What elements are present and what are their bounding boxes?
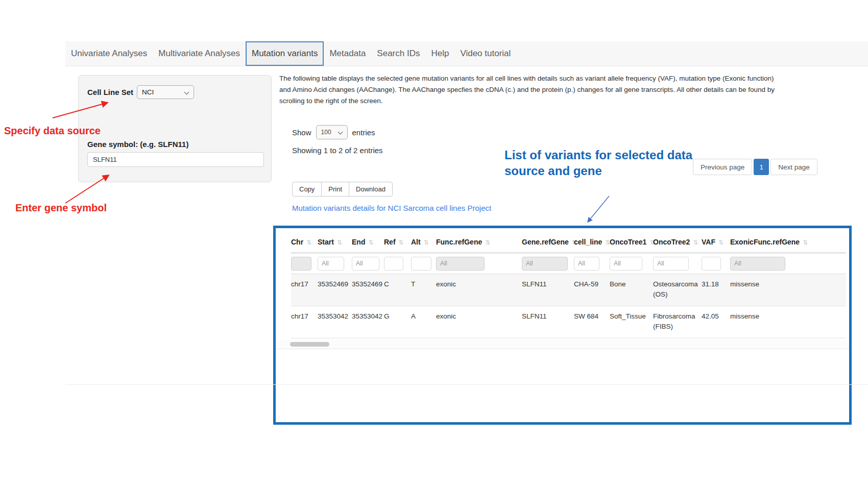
cell-chr: chr17 — [291, 274, 318, 306]
cell-start: 35352469 — [318, 274, 352, 306]
sort-icon: ⇅ — [337, 239, 342, 246]
table-caption-link[interactable]: Mutation variants details for NCI Sarcom… — [292, 204, 491, 212]
download-button[interactable]: Download — [349, 182, 393, 197]
cell-oncotree2: Osteosarcoma (OS) — [653, 274, 702, 306]
tab-video-tutorial[interactable]: Video tutorial — [454, 41, 516, 66]
cell-exonicfunc-refgene: missense — [730, 306, 846, 338]
tab-metadata[interactable]: Metadata — [324, 41, 371, 66]
filter-input-func-refgene[interactable] — [436, 257, 485, 271]
column-header-end[interactable]: End⇅ — [352, 231, 384, 253]
entries-per-page-select[interactable]: 100 — [316, 125, 348, 139]
annotation-variants-list: List of variants for selected data sourc… — [504, 147, 714, 179]
page-1-button[interactable]: 1 — [754, 159, 769, 175]
cell-gene-refgene: SLFN11 — [522, 306, 574, 338]
filter-input-exonicfunc-refgene[interactable] — [730, 257, 785, 271]
table-row: chr173535304235353042GAexonicSLFN11SW 68… — [291, 306, 846, 338]
cell-cell-line: SW 684 — [574, 306, 610, 338]
cell-line-set-row: Cell Line Set NCI — [87, 85, 194, 99]
show-entries-row: Show 100 entries — [292, 125, 375, 139]
column-header-label: ExonicFunc.refGene — [730, 238, 800, 246]
cell-alt: A — [411, 306, 436, 338]
column-header-chr[interactable]: Chr⇅ — [291, 231, 318, 253]
column-header-vaf[interactable]: VAF⇅ — [702, 231, 730, 253]
cell-vaf: 42.05 — [702, 306, 730, 338]
column-header-oncotree1[interactable]: OncoTree1⇅ — [610, 231, 653, 253]
column-header-label: VAF — [702, 238, 715, 246]
tab-univariate-analyses[interactable]: Univariate Analyses — [65, 41, 153, 66]
table-description: The following table displays the selecte… — [279, 73, 776, 107]
column-header-oncotree2[interactable]: OncoTree2⇅ — [653, 231, 702, 253]
horizontal-scrollbar-track[interactable] — [276, 340, 849, 349]
filter-input-cell-line[interactable] — [574, 257, 599, 271]
column-header-start[interactable]: Start⇅ — [318, 231, 352, 253]
column-header-label: Gene.refGene — [522, 238, 569, 246]
copy-button[interactable]: Copy — [292, 182, 322, 197]
tab-help[interactable]: Help — [425, 41, 454, 66]
cell-gene-refgene: SLFN11 — [522, 274, 574, 306]
filter-input-end[interactable] — [352, 257, 379, 271]
sort-icon: ⇅ — [368, 239, 373, 246]
cell-ref: C — [384, 274, 411, 306]
sort-icon: ⇅ — [306, 239, 311, 246]
print-button[interactable]: Print — [321, 182, 349, 197]
nav-tabs: Univariate AnalysesMultivariate Analyses… — [65, 41, 868, 66]
column-header-func-refgene[interactable]: Func.refGene⇅ — [436, 231, 522, 253]
tab-mutation-variants[interactable]: Mutation variants — [246, 41, 324, 66]
column-header-gene-refgene[interactable]: Gene.refGene⇅ — [522, 231, 574, 253]
entries-per-page-value: 100 — [321, 129, 331, 136]
tab-multivariate-analyses[interactable]: Multivariate Analyses — [153, 41, 246, 66]
gene-symbol-label: Gene symbol: (e.g. SLFN11) — [87, 140, 188, 149]
cell-exonicfunc-refgene: missense — [730, 274, 846, 306]
table-header-row: Chr⇅Start⇅End⇅Ref⇅Alt⇅Func.refGene⇅Gene.… — [291, 231, 846, 253]
tab-search-ids[interactable]: Search IDs — [371, 41, 425, 66]
previous-page-button[interactable]: Previous page — [693, 159, 752, 175]
annotation-specify-data-source: Specify data source — [4, 125, 101, 137]
column-header-label: OncoTree1 — [610, 238, 646, 246]
column-header-ref[interactable]: Ref⇅ — [384, 231, 411, 253]
cell-oncotree2: Fibrosarcoma (FIBS) — [653, 306, 702, 338]
export-button-group: CopyPrintDownload — [292, 182, 393, 197]
filter-input-oncotree1[interactable] — [610, 257, 642, 271]
sort-icon: ⇅ — [693, 239, 698, 246]
column-header-label: End — [352, 238, 365, 246]
column-header-cell-line[interactable]: cell_line⇅ — [574, 231, 610, 253]
filter-input-alt[interactable] — [411, 257, 431, 271]
column-header-label: Ref — [384, 238, 396, 246]
filter-input-chr[interactable] — [291, 257, 311, 271]
horizontal-scrollbar-thumb[interactable] — [290, 342, 329, 347]
cell-line-set-select[interactable]: NCI — [137, 85, 194, 99]
cell-line-set-value: NCI — [142, 88, 154, 96]
column-header-exonicfunc-refgene[interactable]: ExonicFunc.refGene⇅ — [730, 231, 846, 253]
column-header-label: Alt — [411, 238, 421, 246]
cell-func-refgene: exonic — [436, 306, 522, 338]
filter-input-start[interactable] — [318, 257, 344, 271]
cell-alt: T — [411, 274, 436, 306]
column-header-label: Start — [318, 238, 334, 246]
pagination: Previous page 1 Next page — [693, 159, 817, 175]
cell-func-refgene: exonic — [436, 274, 522, 306]
filter-input-ref[interactable] — [384, 257, 403, 271]
entries-label: entries — [352, 128, 375, 137]
sort-icon: ⇅ — [803, 239, 808, 246]
filter-input-gene-refgene[interactable] — [522, 257, 568, 271]
next-page-button[interactable]: Next page — [770, 159, 817, 175]
column-header-label: Chr — [291, 238, 303, 246]
controls-panel: Cell Line Set NCI Gene symbol: (e.g. SLF… — [78, 75, 272, 182]
sort-icon: ⇅ — [485, 239, 490, 246]
table-row: chr173535246935352469CTexonicSLFN11CHA-5… — [291, 274, 846, 306]
filter-input-vaf[interactable] — [702, 257, 721, 271]
page-divider — [65, 384, 868, 385]
column-header-alt[interactable]: Alt⇅ — [411, 231, 436, 253]
table-filter-row — [291, 253, 846, 274]
gene-symbol-input[interactable] — [87, 152, 264, 167]
sort-icon: ⇅ — [718, 239, 724, 246]
cell-ref: G — [384, 306, 411, 338]
cell-end: 35352469 — [352, 274, 384, 306]
cell-cell-line: CHA-59 — [574, 274, 610, 306]
blue-arrow-variants-list — [588, 196, 609, 222]
filter-input-oncotree2[interactable] — [653, 257, 689, 271]
show-label: Show — [292, 128, 311, 137]
annotation-enter-gene-symbol: Enter gene symbol — [15, 202, 107, 214]
column-header-label: Func.refGene — [436, 238, 482, 246]
column-header-label: cell_line — [574, 238, 602, 246]
